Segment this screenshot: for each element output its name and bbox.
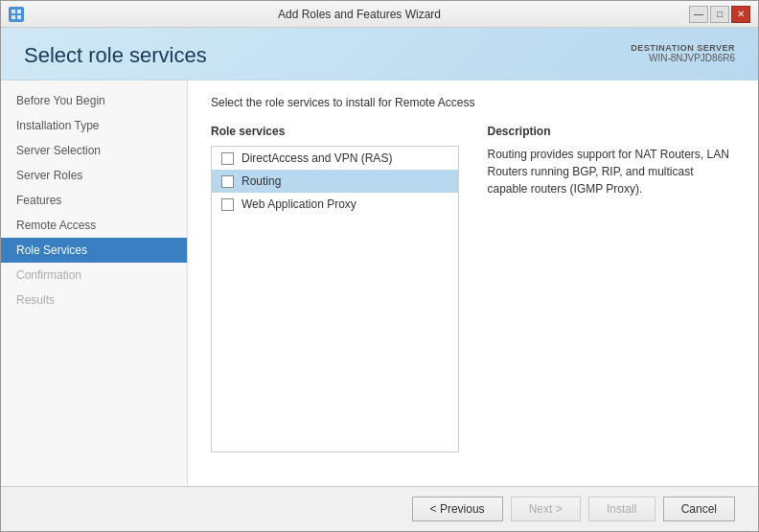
service-checkbox-2[interactable] — [221, 198, 234, 211]
sidebar-item-installation-type[interactable]: Installation Type — [1, 113, 187, 138]
role-services-panel: Role services DirectAccess and VPN (RAS)… — [211, 125, 459, 452]
service-item-1[interactable]: Routing — [212, 170, 458, 193]
main-content: Before You BeginInstallation TypeServer … — [1, 81, 758, 486]
sidebar-item-remote-access[interactable]: Remote Access — [1, 213, 187, 238]
destination-label: DESTINATION SERVER — [631, 43, 735, 53]
description-panel: Description Routing provides support for… — [478, 125, 736, 452]
service-item-0[interactable]: DirectAccess and VPN (RAS) — [212, 147, 458, 170]
service-checkbox-1[interactable] — [221, 175, 234, 188]
server-name: WIN-8NJVPJD86R6 — [631, 53, 735, 63]
sidebar-item-confirmation[interactable]: Confirmation — [1, 263, 187, 288]
page-title: Select role services — [24, 43, 207, 68]
service-checkbox-0[interactable] — [221, 152, 234, 165]
maximize-button[interactable]: □ — [710, 6, 729, 23]
description-text: Routing provides support for NAT Routers… — [488, 146, 736, 197]
sidebar: Before You BeginInstallation TypeServer … — [1, 81, 188, 486]
description-title: Description — [488, 125, 736, 138]
destination-server-info: DESTINATION SERVER WIN-8NJVPJD86R6 — [631, 43, 735, 63]
svg-rect-2 — [12, 15, 15, 19]
cancel-button[interactable]: Cancel — [663, 497, 735, 521]
role-services-header: Role services — [211, 125, 459, 138]
footer: < Previous Next > Install Cancel — [1, 486, 758, 531]
wizard-window: Add Roles and Features Wizard — □ ✕ Sele… — [0, 0, 759, 532]
window-controls: — □ ✕ — [689, 6, 750, 23]
close-button[interactable]: ✕ — [731, 6, 750, 23]
two-column-layout: Role services DirectAccess and VPN (RAS)… — [211, 125, 735, 452]
service-label-2: Web Application Proxy — [242, 197, 356, 211]
window-title: Add Roles and Features Wizard — [30, 8, 689, 21]
sidebar-item-role-services[interactable]: Role Services — [1, 238, 187, 263]
svg-rect-3 — [17, 15, 21, 19]
install-button[interactable]: Install — [588, 497, 656, 521]
service-item-2[interactable]: Web Application Proxy — [212, 193, 458, 216]
title-bar: Add Roles and Features Wizard — □ ✕ — [1, 1, 758, 28]
next-button[interactable]: Next > — [511, 497, 581, 521]
sidebar-item-features[interactable]: Features — [1, 188, 187, 213]
content-area: Select the role services to install for … — [188, 81, 758, 486]
sidebar-item-server-selection[interactable]: Server Selection — [1, 138, 187, 163]
service-label-0: DirectAccess and VPN (RAS) — [242, 151, 392, 165]
sidebar-item-server-roles[interactable]: Server Roles — [1, 163, 187, 188]
services-list: DirectAccess and VPN (RAS)RoutingWeb App… — [211, 146, 459, 452]
service-label-1: Routing — [242, 174, 281, 188]
previous-button[interactable]: < Previous — [412, 497, 503, 521]
sidebar-item-before-you-begin[interactable]: Before You Begin — [1, 88, 187, 113]
svg-rect-1 — [17, 10, 21, 13]
app-icon — [9, 7, 24, 22]
svg-rect-0 — [12, 10, 15, 13]
minimize-button[interactable]: — — [689, 6, 708, 23]
header-bar: Select role services DESTINATION SERVER … — [1, 28, 758, 81]
sidebar-item-results[interactable]: Results — [1, 288, 187, 312]
instruction-text: Select the role services to install for … — [211, 96, 735, 109]
